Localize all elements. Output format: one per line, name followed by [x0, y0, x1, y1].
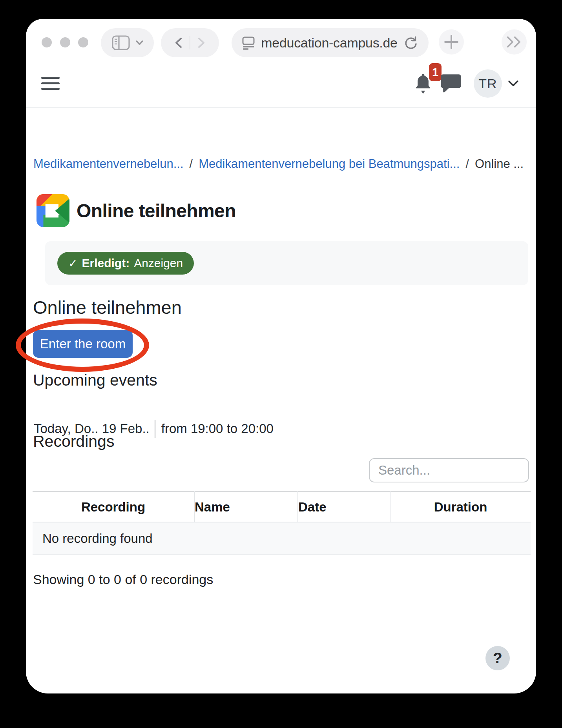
messages-button[interactable]	[440, 73, 462, 95]
room-section-heading: Online teilnehmen	[33, 297, 182, 318]
sidebar-toggle-button[interactable]	[101, 28, 154, 57]
column-header-duration: Duration	[390, 492, 531, 522]
page-title: Online teilnehmen	[77, 200, 236, 222]
column-header-name: Name	[194, 492, 298, 522]
search-input[interactable]	[369, 458, 529, 482]
reader-icon	[242, 36, 255, 50]
table-row: No recording found	[33, 522, 531, 555]
event-divider	[155, 420, 155, 438]
google-meet-icon	[36, 194, 69, 227]
event-time: from 19:00 to 20:00	[161, 421, 274, 436]
recordings-section-heading: Recordings	[33, 432, 114, 451]
completion-panel: ✓ Erledigt: Anzeigen	[45, 241, 528, 285]
chevron-left-icon	[175, 37, 182, 48]
recordings-table: Recording Name Date Duration No recordin…	[33, 491, 531, 555]
help-button[interactable]: ?	[485, 646, 510, 670]
breadcrumb-separator: /	[465, 157, 469, 171]
activity-header: Online teilnehmen	[36, 194, 236, 227]
empty-message: No recording found	[33, 522, 531, 555]
user-menu-button[interactable]	[508, 80, 519, 87]
chevron-down-icon	[136, 40, 143, 46]
chevron-down-icon	[508, 80, 519, 87]
breadcrumb-separator: /	[190, 157, 193, 171]
breadcrumb: Medikamentenvernebelun... / Medikamenten…	[33, 157, 524, 171]
plus-icon	[443, 34, 459, 50]
traffic-light-zoom-button[interactable]	[78, 37, 88, 47]
table-header-row: Recording Name Date Duration	[33, 492, 531, 522]
back-button[interactable]	[168, 28, 190, 57]
url-text: meducation-campus.de	[261, 35, 397, 51]
enter-room-button[interactable]: Enter the room	[33, 330, 133, 358]
chevrons-right-icon	[505, 36, 523, 48]
events-section-heading: Upcoming events	[33, 371, 157, 389]
tab-overview-button[interactable]	[502, 29, 527, 55]
hamburger-menu-button[interactable]	[41, 76, 60, 91]
table-summary: Showing 0 to 0 of 0 recordings	[33, 572, 213, 587]
completion-label: Erledigt:	[82, 257, 130, 270]
history-navigation	[161, 28, 219, 57]
breadcrumb-link-section[interactable]: Medikamentenvernebelung bei Beatmungspat…	[199, 157, 460, 171]
completion-value: Anzeigen	[134, 257, 183, 270]
completion-badge[interactable]: ✓ Erledigt: Anzeigen	[57, 252, 194, 275]
url-field[interactable]: meducation-campus.de	[232, 28, 429, 57]
new-tab-button[interactable]	[439, 29, 464, 55]
forward-button[interactable]	[190, 28, 212, 57]
breadcrumb-current: Online ...	[475, 157, 524, 171]
header-divider	[26, 107, 536, 108]
traffic-light-minimize-button[interactable]	[60, 37, 70, 47]
chevron-right-icon	[197, 37, 205, 48]
reload-button[interactable]	[403, 35, 418, 50]
sidebar-icon	[112, 35, 130, 50]
column-header-date: Date	[298, 492, 390, 522]
breadcrumb-link-course[interactable]: Medikamentenvernebelun...	[33, 157, 184, 171]
browser-window: meducation-campus.de	[26, 19, 536, 693]
column-header-recording: Recording	[33, 492, 194, 522]
chat-icon	[440, 73, 462, 95]
check-icon: ✓	[68, 257, 77, 270]
avatar[interactable]: TR	[474, 69, 502, 98]
avatar-initials: TR	[478, 76, 497, 91]
traffic-light-close-button[interactable]	[42, 37, 52, 47]
